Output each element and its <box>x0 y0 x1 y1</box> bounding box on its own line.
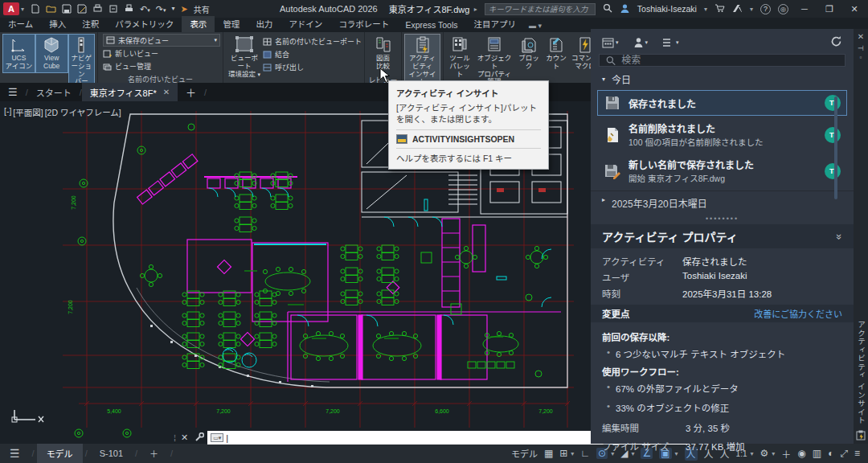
feedback-link[interactable]: 改善にご協力ください <box>754 307 842 320</box>
close-document-icon[interactable]: ✕ <box>163 88 170 96</box>
collapse-arrow-icon[interactable]: ▾ <box>602 76 605 83</box>
viewcube-button[interactable]: ViewCube <box>35 34 68 73</box>
command-line-grip[interactable]: ⁞ <box>171 433 178 443</box>
restore-viewports-button[interactable]: 呼び出し <box>263 61 362 73</box>
view-list-dropdown[interactable]: 未保存のビュー▾ <box>103 34 220 47</box>
tab-featured-apps[interactable]: 注目アプリ <box>466 16 525 32</box>
activity-search[interactable] <box>599 54 845 67</box>
panel-side-tab-icon[interactable] <box>856 430 866 440</box>
qat-customize-icon[interactable]: ▾ <box>171 6 174 12</box>
viewport-config-button[interactable]: ビューポート 環境設定 ▾ <box>226 34 263 80</box>
panel-close-icon[interactable]: ✕ <box>858 32 864 41</box>
autodesk-logo-icon[interactable] <box>732 4 743 14</box>
tab-manage[interactable]: 管理 <box>215 16 248 32</box>
view-manager-button[interactable]: ビュー管理 <box>103 60 151 72</box>
tab-home[interactable]: ホーム <box>0 16 41 32</box>
group-older-date[interactable]: ▸ 2025年3月20日木曜日 <box>591 191 854 215</box>
panel-splitter[interactable]: •••••••• <box>591 215 854 223</box>
new-view-button[interactable]: 新しいビュー <box>103 47 158 59</box>
tab-annotate[interactable]: 注釈 <box>74 16 107 32</box>
date-filter-button[interactable]: ▾ <box>602 37 619 48</box>
plot-icon[interactable] <box>92 4 103 14</box>
avatar[interactable]: TI <box>825 163 841 179</box>
user-menu-arrow-icon[interactable]: ▾ <box>704 6 707 13</box>
undo-icon[interactable]: ↶▾ <box>140 5 150 14</box>
tab-view[interactable]: 表示 <box>182 16 215 32</box>
tab-express-tools[interactable]: Express Tools <box>397 18 465 32</box>
panel-properties-icon[interactable]: ▫ <box>860 54 862 61</box>
app-menu-button[interactable]: A <box>3 2 19 15</box>
new-drawing-tab-button[interactable]: ＋ <box>178 84 204 100</box>
grid-toggle-icon[interactable]: ▦ <box>544 448 553 459</box>
help-icon[interactable]: ? <box>760 4 771 14</box>
user-icon[interactable] <box>620 3 630 15</box>
layout-tab[interactable]: S-101 <box>90 445 133 461</box>
layout-menu-icon[interactable]: ☰ <box>0 447 30 460</box>
saveas-icon[interactable] <box>77 4 87 14</box>
signed-in-user[interactable]: Toshiaki-Isezaki <box>637 4 697 14</box>
tab-addins[interactable]: アドイン <box>280 16 330 32</box>
print-icon[interactable] <box>124 4 134 14</box>
group-today[interactable]: ▾ 今日 <box>591 67 854 89</box>
collapse-section-icon[interactable]: » <box>833 233 845 239</box>
model-tab[interactable]: モデル <box>37 444 83 463</box>
activity-search-input[interactable] <box>621 55 838 66</box>
tab-output[interactable]: 出力 <box>248 16 280 32</box>
save-icon[interactable] <box>62 4 72 14</box>
new-icon[interactable] <box>31 4 40 14</box>
tab-document[interactable]: 東京オフィス8F* ✕ <box>82 83 178 102</box>
list-scrollbar[interactable] <box>834 96 837 199</box>
ortho-toggle-icon[interactable]: ∟ <box>580 448 590 459</box>
tab-parametric[interactable]: パラメトリック <box>107 16 182 32</box>
named-viewports-button[interactable]: 名前の付いたビューポート <box>263 35 362 47</box>
snap-menu-arrow[interactable]: ▾ <box>571 450 574 457</box>
new-layout-button[interactable]: ＋ <box>140 444 168 463</box>
app-store-icon[interactable] <box>714 3 725 14</box>
tool-palettes-button[interactable]: ツールパレット <box>446 34 473 80</box>
autodesk-menu-arrow-icon[interactable]: ▾ <box>750 6 753 13</box>
user-filter-button[interactable]: ▾ <box>633 37 649 47</box>
activity-item-saved[interactable]: 保存されました TI <box>597 90 847 116</box>
expand-arrow-icon[interactable]: ▸ <box>602 196 605 210</box>
activity-item-purged[interactable]: 名前削除されました 100 個の項目が名前削除されました TI <box>597 117 847 152</box>
model-space-indicator[interactable]: モデル <box>511 447 538 460</box>
close-button[interactable]: ✕ <box>845 4 863 14</box>
tab-collaborate[interactable]: コラボレート <box>330 16 397 32</box>
tab-start[interactable]: スタート <box>28 83 80 102</box>
tab-insert[interactable]: 挿入 <box>41 16 74 32</box>
viewport-menu-control[interactable]: [-] <box>4 106 11 118</box>
customize-statusbar-icon[interactable]: ≡ <box>854 448 860 459</box>
count-palette-button[interactable]: カウント <box>542 34 570 73</box>
activity-properties-header[interactable]: アクティビティ プロパティ » <box>591 224 854 248</box>
refresh-icon[interactable] <box>830 35 842 49</box>
command-line-tools-icon[interactable] <box>191 432 207 444</box>
export-icon[interactable] <box>108 4 118 14</box>
activity-item-saved-as[interactable]: 新しい名前で保存されました 開始 東京オフィス8F.dwg TI <box>597 154 847 188</box>
event-type-filter-button[interactable]: ▾ <box>662 38 679 47</box>
command-line-close-icon[interactable]: ✕ <box>178 432 191 443</box>
share-label[interactable]: 共有 <box>194 3 210 15</box>
ribbon-display-toggle-icon[interactable]: ▬ ▾ <box>529 22 542 32</box>
file-tab-menu-icon[interactable]: ☰ <box>0 86 26 98</box>
redo-icon[interactable]: ↷▾ <box>156 5 166 14</box>
blocks-palette-button[interactable]: ブロック <box>515 34 542 73</box>
minimize-button[interactable]: ─ <box>796 4 813 14</box>
open-icon[interactable] <box>46 4 56 14</box>
share-icon[interactable]: ➤ <box>181 5 188 14</box>
snap-toggle-icon[interactable]: ⊞ <box>559 448 567 459</box>
help-search-input[interactable]: キーワードまたは語句を入力 <box>485 3 596 15</box>
join-viewports-button[interactable]: 結合 <box>263 48 362 60</box>
app-menu-arrow-icon[interactable]: ▾ <box>21 6 24 13</box>
ucs-icon-button[interactable]: UCSアイコン <box>2 34 35 73</box>
search-icon[interactable] <box>603 3 612 14</box>
panel-side-tab-label[interactable]: アクティビティ インサイト <box>855 321 866 425</box>
view-control[interactable]: [平面図] <box>13 106 43 118</box>
restore-button[interactable]: ❐ <box>821 4 838 14</box>
visual-style-control[interactable]: [2D ワイヤフレーム] <box>45 106 121 118</box>
panel-autohide-icon[interactable]: ⊣ <box>858 44 864 52</box>
avatar[interactable]: TI <box>825 127 841 143</box>
notifications-icon[interactable]: ◎ <box>778 4 788 14</box>
avatar[interactable]: TI <box>825 95 841 111</box>
search-collapse-icon[interactable]: ▸ <box>474 6 477 13</box>
navigation-bar-button[interactable]: ナビゲーションバー <box>68 34 95 88</box>
